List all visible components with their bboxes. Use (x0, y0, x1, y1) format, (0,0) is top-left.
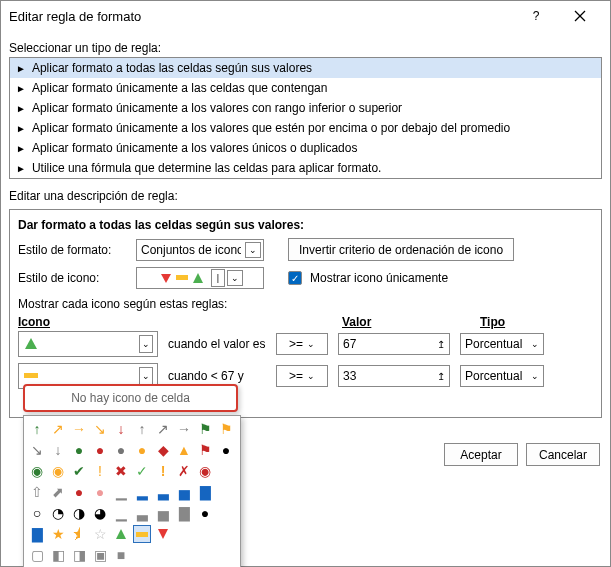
triangle-up-icon (23, 336, 39, 352)
blank3-icon[interactable] (217, 504, 235, 522)
bars-a-icon[interactable]: ▁ (112, 504, 130, 522)
bars-0-icon[interactable]: ▁ (112, 483, 130, 501)
cross-icon[interactable]: ✗ (175, 462, 193, 480)
circle-grey-icon[interactable]: ● (112, 441, 130, 459)
cancel-button[interactable]: Cancelar (526, 443, 600, 466)
circle-green-icon[interactable]: ● (70, 441, 88, 459)
cross-red-icon[interactable]: ✖ (112, 462, 130, 480)
flag-red-icon[interactable]: ⚑ (196, 441, 214, 459)
exclaim-icon[interactable]: ! (154, 462, 172, 480)
pie-4-icon[interactable]: ● (196, 504, 214, 522)
arrow-diag-down-yellow-icon[interactable]: ↘ (91, 420, 109, 438)
box-2-icon[interactable]: ◨ (70, 546, 88, 564)
operator-combo-1[interactable]: >=⌄ (276, 333, 328, 355)
circle-black-icon[interactable]: ● (217, 441, 235, 459)
arrow-up-grey-icon[interactable]: ↑ (133, 420, 151, 438)
show-icon-only-checkbox[interactable]: ✓ (288, 271, 302, 285)
icon-combo-1[interactable]: ⌄ (18, 331, 158, 357)
dialog-title: Editar regla de formato (9, 9, 141, 24)
rule-type-item[interactable]: ►Aplicar formato únicamente a los valore… (10, 138, 601, 158)
bars-c-icon[interactable]: ▅ (154, 504, 172, 522)
circle-red2-icon[interactable]: ● (70, 483, 88, 501)
box-0-icon[interactable]: ▢ (28, 546, 46, 564)
arrow-diag-up-grey-icon[interactable]: ↗ (154, 420, 172, 438)
light-yellow-icon[interactable]: ◉ (49, 462, 67, 480)
light-green-icon[interactable]: ◉ (28, 462, 46, 480)
blank2-icon[interactable] (217, 483, 235, 501)
check-green-icon[interactable]: ✔ (70, 462, 88, 480)
bar-icon (23, 372, 39, 380)
star-gold-icon[interactable]: ★ (49, 525, 67, 543)
box-3-icon[interactable]: ▣ (91, 546, 109, 564)
triangle-up-icon (191, 271, 205, 285)
flag-yellow-icon[interactable]: ⚑ (217, 420, 235, 438)
bars-3-icon[interactable]: ▅ (175, 483, 193, 501)
blank4-icon[interactable] (175, 525, 193, 543)
reverse-order-button[interactable]: Invertir criterio de ordenación de icono (288, 238, 514, 261)
blank6-icon[interactable] (217, 525, 235, 543)
value-input-2[interactable]: 33↥ (338, 365, 450, 387)
blank5-icon[interactable] (196, 525, 214, 543)
box-4-icon[interactable]: ■ (112, 546, 130, 564)
light-red-icon[interactable]: ◉ (196, 462, 214, 480)
pie-0-icon[interactable]: ○ (28, 504, 46, 522)
bars-4-icon[interactable]: ▇ (196, 483, 214, 501)
arrow-up-outline-icon[interactable]: ⇧ (28, 483, 46, 501)
circle-red-icon[interactable]: ● (91, 441, 109, 459)
ok-button[interactable]: Aceptar (444, 443, 518, 466)
rule-type-list[interactable]: ►Aplicar formato a todas las celdas segú… (9, 57, 602, 179)
bars-b-icon[interactable]: ▃ (133, 504, 151, 522)
range-picker-icon[interactable]: ↥ (437, 339, 445, 350)
format-style-combo[interactable]: Conjuntos de iconos ⌄ (136, 239, 264, 261)
operator-combo-2[interactable]: >=⌄ (276, 365, 328, 387)
arrow-right-yellow-icon[interactable]: → (70, 420, 88, 438)
star-empty-icon[interactable]: ☆ (91, 525, 109, 543)
type-combo-2[interactable]: Porcentual⌄ (460, 365, 544, 387)
bars-1-icon[interactable]: ▂ (133, 483, 151, 501)
arrow-diag-up-outline-icon[interactable]: ⬈ (49, 483, 67, 501)
pie-3-icon[interactable]: ◕ (91, 504, 109, 522)
arrow-icon: ► (16, 163, 26, 174)
star-half-icon[interactable]: ⯨ (70, 525, 88, 543)
rule-type-item[interactable]: ►Aplicar formato únicamente a los valore… (10, 118, 601, 138)
arrow-diag-down-grey-icon[interactable]: ↘ (28, 441, 46, 459)
pie-2-icon[interactable]: ◑ (70, 504, 88, 522)
triangle-down-icon (159, 271, 173, 285)
bars-2-icon[interactable]: ▃ (154, 483, 172, 501)
check-grey-icon[interactable]: ✓ (133, 462, 151, 480)
flag-green-icon[interactable]: ⚑ (196, 420, 214, 438)
bars-blue-icon[interactable]: ▇ (28, 525, 46, 543)
triangle-down-red-icon[interactable] (154, 525, 172, 543)
bars-d-icon[interactable]: ▇ (175, 504, 193, 522)
arrow-right-grey-icon[interactable]: → (175, 420, 193, 438)
triangle-yellow-icon[interactable]: ▲ (175, 441, 193, 459)
rule-type-item[interactable]: ►Aplicar formato únicamente a las celdas… (10, 78, 601, 98)
range-picker-icon[interactable]: ↥ (437, 371, 445, 382)
arrow-down-grey-icon[interactable]: ↓ (49, 441, 67, 459)
arrow-down-red-icon[interactable]: ↓ (112, 420, 130, 438)
diamond-red-icon[interactable]: ◆ (154, 441, 172, 459)
pie-1-icon[interactable]: ◔ (49, 504, 67, 522)
close-button[interactable] (558, 2, 602, 30)
box-1-icon[interactable]: ◧ (49, 546, 67, 564)
bar-yellow-icon[interactable] (133, 525, 151, 543)
circle-pink-icon[interactable]: ● (91, 483, 109, 501)
no-cell-icon-option[interactable]: No hay icono de celda (23, 384, 238, 412)
triangle-up-green-icon[interactable] (112, 525, 130, 543)
svg-marker-2 (161, 274, 171, 283)
icon-style-combo[interactable]: | ⌄ (136, 267, 264, 289)
circle-yellow-icon[interactable]: ● (133, 441, 151, 459)
blank-icon[interactable] (217, 462, 235, 480)
separator-icon: | (211, 269, 225, 287)
help-button[interactable]: ? (514, 2, 558, 30)
type-combo-1[interactable]: Porcentual⌄ (460, 333, 544, 355)
value-input-1[interactable]: 67↥ (338, 333, 450, 355)
rule-type-item[interactable]: ►Aplicar formato a todas las celdas segú… (10, 58, 601, 78)
exclaim-yellow-icon[interactable]: ! (91, 462, 109, 480)
rule-type-item[interactable]: ►Utilice una fórmula que determine las c… (10, 158, 601, 178)
rule-type-item[interactable]: ►Aplicar formato únicamente a los valore… (10, 98, 601, 118)
col-icon-label: Icono (18, 315, 168, 329)
arrow-up-green-icon[interactable]: ↑ (28, 420, 46, 438)
arrow-diag-up-yellow-icon[interactable]: ↗ (49, 420, 67, 438)
arrow-icon: ► (16, 143, 26, 154)
